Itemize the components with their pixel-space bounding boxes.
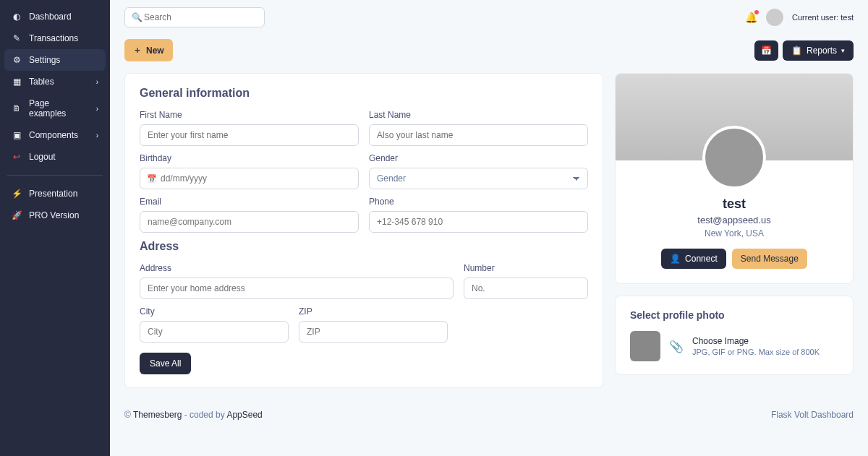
logout-icon: ↩ — [12, 152, 22, 162]
new-button[interactable]: ＋New — [124, 39, 173, 61]
phone-label: Phone — [369, 197, 588, 207]
birthday-input[interactable] — [140, 168, 359, 189]
nav-label: Components — [29, 130, 78, 140]
last-name-label: Last Name — [369, 110, 588, 120]
search-icon: 🔍 — [132, 12, 142, 22]
nav-label: Presentation — [29, 189, 77, 199]
rocket-icon: 🚀 — [12, 210, 22, 220]
toolbar: ＋New 📅 📋Reports▾ — [124, 35, 854, 73]
connect-label: Connect — [685, 254, 718, 264]
paperclip-icon: 📎 — [669, 340, 684, 353]
profile-name: test — [616, 197, 853, 212]
reports-button[interactable]: 📋Reports▾ — [783, 40, 854, 61]
profile-card: test test@appseed.us New York, USA 👤Conn… — [615, 73, 854, 284]
chevron-down-icon: ▾ — [841, 47, 845, 54]
new-label: New — [146, 46, 164, 56]
nav-label: Dashboard — [29, 12, 72, 22]
bolt-icon: ⚡ — [12, 189, 22, 199]
notifications-button[interactable]: 🔔 — [745, 12, 757, 23]
nav-label: PRO Version — [29, 210, 79, 220]
footer-right[interactable]: Flask Volt Dashboard — [771, 410, 854, 420]
user-plus-icon: 👤 — [670, 254, 681, 264]
clipboard-icon: 📋 — [791, 46, 802, 56]
email-label: Email — [140, 197, 359, 207]
gear-icon: ⚙ — [12, 55, 22, 65]
address-label: Address — [140, 263, 454, 273]
nav-pro[interactable]: 🚀PRO Version — [4, 205, 106, 226]
address-title: Adress — [140, 240, 588, 253]
nav-settings[interactable]: ⚙Settings — [4, 49, 106, 71]
footer-left: © Themesberg - coded by AppSeed — [124, 410, 263, 420]
photo-thumb — [630, 331, 660, 361]
topbar-right: 🔔 Current user: test — [745, 9, 854, 26]
zip-label: ZIP — [299, 306, 448, 317]
reports-label: Reports — [807, 46, 837, 56]
nav-presentation[interactable]: ⚡Presentation — [4, 183, 106, 205]
sidebar: ◐Dashboard ✎Transactions ⚙Settings ▦Tabl… — [0, 0, 110, 456]
chevron-right-icon: › — [96, 105, 98, 113]
first-name-input[interactable] — [140, 124, 359, 146]
number-input[interactable] — [464, 278, 588, 299]
city-input[interactable] — [140, 321, 289, 343]
connect-button[interactable]: 👤Connect — [661, 249, 726, 269]
appseed-link[interactable]: AppSeed — [226, 410, 262, 420]
search-wrap: 🔍 — [124, 7, 265, 27]
calendar-icon: 📅 — [761, 46, 772, 56]
nav-logout[interactable]: ↩Logout — [4, 146, 106, 168]
avatar[interactable] — [766, 9, 783, 26]
nav-tables[interactable]: ▦Tables› — [4, 71, 106, 93]
phone-input[interactable] — [369, 211, 588, 233]
address-input[interactable] — [140, 278, 454, 299]
topbar: 🔍 🔔 Current user: test — [124, 0, 854, 35]
current-user-label: Current user: test — [792, 13, 854, 22]
gender-select[interactable]: Gender — [369, 168, 588, 189]
choose-image-label: Choose Image — [692, 336, 820, 346]
select-photo-title: Select profile photo — [630, 309, 838, 321]
nav-transactions[interactable]: ✎Transactions — [4, 27, 106, 49]
nav-label: Settings — [29, 55, 60, 65]
profile-location: New York, USA — [616, 228, 853, 238]
chevron-right-icon: › — [96, 78, 98, 86]
calendar-icon: 📅 — [147, 174, 157, 184]
nav-label: Tables — [29, 77, 54, 87]
birthday-label: Birthday — [140, 153, 359, 163]
choose-image-button[interactable]: Choose Image JPG, GIF or PNG. Max size o… — [692, 336, 820, 356]
notification-dot — [754, 10, 759, 14]
table-icon: ▦ — [12, 77, 22, 87]
nav-label: Page examples — [29, 98, 89, 119]
nav-components[interactable]: ▣Components› — [4, 124, 106, 146]
chevron-right-icon: › — [96, 132, 98, 139]
number-label: Number — [464, 263, 588, 273]
general-info-card: General information First Name Last Name… — [124, 73, 603, 388]
general-title: General information — [140, 87, 588, 100]
last-name-input[interactable] — [369, 124, 588, 146]
choose-image-hint: JPG, GIF or PNG. Max size of 800K — [692, 348, 820, 356]
save-all-button[interactable]: Save All — [140, 353, 191, 374]
search-input[interactable] — [124, 7, 265, 27]
file-icon: 🗎 — [12, 103, 22, 113]
hand-icon: ✎ — [12, 33, 22, 43]
zip-input[interactable] — [299, 321, 448, 343]
nav-label: Transactions — [29, 33, 78, 43]
footer: © Themesberg - coded by AppSeed Flask Vo… — [124, 388, 854, 427]
nav-dashboard[interactable]: ◐Dashboard — [4, 6, 106, 27]
box-icon: ▣ — [12, 130, 22, 140]
main-content: 🔍 🔔 Current user: test ＋New 📅 📋Reports▾ … — [110, 0, 868, 456]
plus-icon: ＋ — [133, 44, 142, 56]
gender-label: Gender — [369, 153, 588, 163]
profile-email: test@appseed.us — [616, 215, 853, 225]
email-input[interactable] — [140, 211, 359, 233]
send-message-button[interactable]: Send Message — [732, 249, 807, 269]
first-name-label: First Name — [140, 110, 359, 120]
pie-icon: ◐ — [12, 12, 22, 22]
city-label: City — [140, 306, 289, 317]
nav-divider — [7, 175, 103, 176]
nav-page-examples[interactable]: 🗎Page examples› — [4, 93, 106, 124]
calendar-button[interactable]: 📅 — [754, 40, 778, 61]
themesberg-link[interactable]: Themesberg — [133, 410, 182, 420]
nav-label: Logout — [29, 152, 56, 162]
select-photo-card: Select profile photo 📎 Choose Image JPG,… — [615, 296, 854, 375]
profile-avatar — [702, 126, 766, 189]
